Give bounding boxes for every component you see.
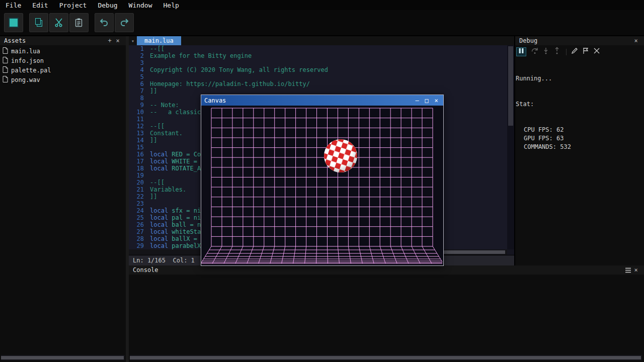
toggle-breakpoint-button[interactable]: [570, 47, 580, 56]
code-line[interactable]: 4Copyright (C) 2020 Tony Wang, all right…: [129, 66, 507, 73]
debug-toolbar: [516, 47, 603, 57]
editor-vscroll-thumb[interactable]: [508, 46, 513, 126]
asset-item-info-json[interactable]: info.json: [0, 56, 126, 65]
line-number: 21: [129, 186, 144, 193]
paste-icon: [73, 17, 85, 28]
assets-hscrollbar[interactable]: [1, 355, 125, 360]
redo-icon: [119, 17, 130, 28]
asset-name: pong.wav: [11, 76, 40, 83]
line-number: 23: [129, 200, 144, 207]
asset-item-main-lua[interactable]: main.lua: [0, 46, 126, 56]
console-panel: Console ×: [129, 265, 644, 362]
tab-main-lua[interactable]: main.lua: [137, 36, 181, 45]
stat-label: COMMANDS:: [524, 143, 556, 150]
assets-panel: Assets + × main.luainfo.jsonpalette.palp…: [0, 36, 126, 362]
code-line[interactable]: 2Example for the Bitty engine: [129, 52, 507, 59]
clear-breakpoints-button[interactable]: [592, 47, 602, 56]
copy-button[interactable]: [29, 13, 48, 32]
menu-edit[interactable]: Edit: [27, 2, 53, 9]
list-icon: [625, 267, 631, 273]
console-header: Console ×: [129, 265, 644, 275]
toolbar-separator: [566, 49, 567, 55]
assets-hscroll-thumb[interactable]: [1, 356, 124, 359]
code-line[interactable]: 3: [129, 59, 507, 66]
file-icon: [3, 57, 8, 65]
line-number: 27: [129, 228, 144, 235]
pause-button[interactable]: [516, 47, 526, 56]
file-icon: [3, 76, 8, 84]
menu-project[interactable]: Project: [54, 2, 93, 9]
step-out-button[interactable]: [552, 47, 562, 56]
line-number: 9: [129, 102, 144, 109]
canvas-scene: [201, 106, 442, 264]
stat-value: 532: [556, 143, 571, 150]
line-number: 3: [129, 59, 144, 66]
code-line[interactable]: 5: [129, 73, 507, 80]
line-number: 28: [129, 235, 144, 242]
line-number: 24: [129, 207, 144, 214]
debug-title: Debug: [519, 37, 632, 44]
cut-icon: [53, 17, 64, 28]
asset-item-palette-pal[interactable]: palette.pal: [0, 65, 126, 75]
copy-icon: [33, 17, 44, 28]
stat-row: CPU FPS: 62: [516, 126, 643, 134]
close-canvas-button[interactable]: ×: [432, 97, 440, 104]
stat-value: 63: [553, 135, 564, 142]
canvas-window[interactable]: Canvas – □ ×: [201, 95, 444, 266]
canvas-titlebar[interactable]: Canvas – □ ×: [201, 95, 443, 106]
code-line[interactable]: 6Homepage: https://paladin-t.github.io/b…: [129, 80, 507, 87]
asset-name: palette.pal: [11, 67, 51, 74]
line-number: 4: [129, 66, 144, 73]
menu-help[interactable]: Help: [158, 2, 185, 9]
code-line[interactable]: 1--[[: [129, 45, 507, 52]
cursor-position: Ln: 1/165 Col: 1: [133, 257, 195, 264]
line-number: 1: [129, 45, 144, 52]
menu-debug[interactable]: Debug: [92, 2, 123, 9]
asset-item-pong-wav[interactable]: pong.wav: [0, 75, 126, 84]
maximize-button[interactable]: □: [423, 97, 431, 104]
debug-output: Running... Stat: CPU FPS: 62GPU FPS: 63C…: [516, 57, 643, 168]
undo-button[interactable]: [95, 13, 114, 32]
console-hscrollbar[interactable]: [130, 355, 642, 360]
asset-name: main.lua: [11, 48, 40, 55]
line-number: 14: [129, 137, 144, 144]
redo-button[interactable]: [115, 13, 134, 32]
breakpoints-icon: [582, 47, 590, 57]
add-asset-button[interactable]: +: [106, 37, 114, 44]
close-debug-button[interactable]: ×: [632, 37, 640, 44]
line-number: 12: [129, 123, 144, 130]
step-into-button[interactable]: [541, 47, 551, 56]
tab-list-dropdown-icon[interactable]: ▾: [129, 38, 137, 44]
debug-stats: CPU FPS: 62GPU FPS: 63COMMANDS: 532: [516, 126, 643, 151]
cut-button[interactable]: [49, 13, 68, 32]
file-icon: [3, 47, 8, 55]
editor-vscrollbar[interactable]: [507, 45, 514, 249]
asset-name: info.json: [11, 57, 44, 64]
console-menu-button[interactable]: [624, 267, 632, 273]
assets-list: main.luainfo.jsonpalette.palpong.wav: [0, 46, 126, 84]
toolbar: [0, 10, 644, 35]
line-number: 26: [129, 221, 144, 228]
clear-breakpoints-icon: [593, 47, 601, 57]
breakpoints-button[interactable]: [581, 47, 591, 56]
line-number: 8: [129, 95, 144, 102]
line-number: 5: [129, 73, 144, 80]
line-number: 6: [129, 80, 144, 87]
menu-file[interactable]: File: [0, 2, 27, 9]
line-number: 20: [129, 179, 144, 186]
close-console-button[interactable]: ×: [632, 266, 640, 274]
line-number: 16: [129, 151, 144, 158]
minimize-button[interactable]: –: [413, 97, 421, 104]
close-assets-button[interactable]: ×: [114, 37, 122, 44]
step-over-button[interactable]: [530, 47, 540, 56]
console-title: Console: [133, 266, 624, 274]
line-number: 7: [129, 87, 144, 95]
run-button[interactable]: [4, 13, 23, 32]
debug-stat-label: Stat:: [516, 100, 643, 109]
line-number: 10: [129, 109, 144, 116]
console-hscroll-thumb[interactable]: [130, 356, 641, 359]
code-line[interactable]: 7]]: [129, 87, 507, 95]
menu-window[interactable]: Window: [123, 2, 158, 9]
paste-button[interactable]: [69, 13, 89, 32]
assets-title: Assets: [4, 37, 106, 44]
